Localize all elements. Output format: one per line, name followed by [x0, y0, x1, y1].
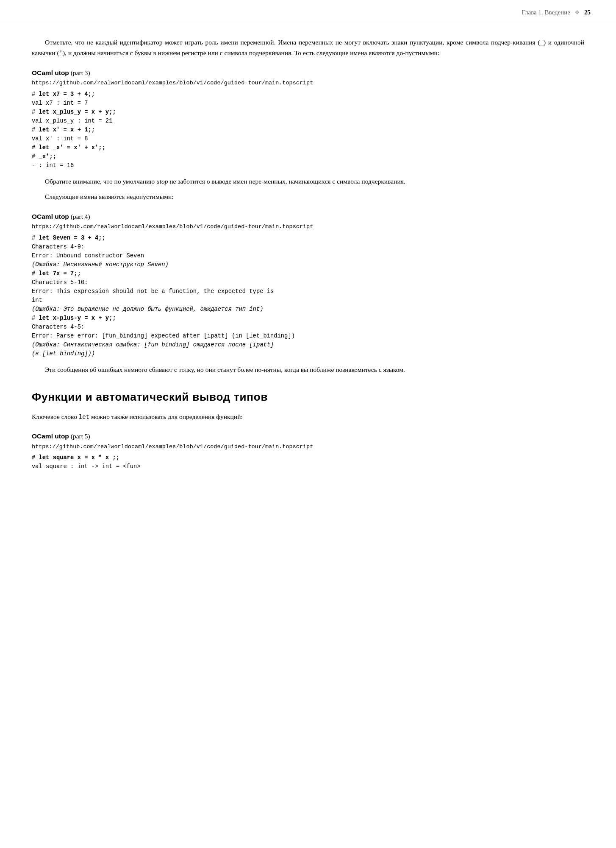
code-line: # _x';;: [32, 153, 56, 160]
code-label-3: OCaml utop (part 5): [32, 431, 584, 441]
code-label-1-bold: OCaml utop: [32, 69, 69, 76]
chapter-title: Глава 1. Введение: [522, 8, 570, 17]
code-line: # let 7x = 7;;: [32, 271, 81, 277]
code-line: Characters 5-10:: [32, 279, 88, 286]
code-label-1: OCaml utop (part 3): [32, 68, 584, 78]
code-block-2: # let Seven = 3 + 4;; Characters 4-9: Er…: [32, 234, 584, 361]
paragraph-1: Отметьте, что не каждый идентификатор мо…: [32, 37, 584, 59]
paragraph-3: Следующие имена являются недопустимыми:: [32, 192, 584, 202]
paragraph-5: Ключевое слово let можно также использов…: [32, 412, 584, 422]
code-line: # let x7 = 3 + 4;;: [32, 91, 95, 98]
code-line: Error: Unbound constructor Seven: [32, 253, 144, 259]
page-header: Глава 1. Введение ❖ 25: [0, 0, 616, 21]
code-line: - : int = 16: [32, 162, 74, 169]
code-line: int: [32, 297, 42, 304]
code-url-1: https://github.com/realworldocaml/exampl…: [32, 79, 584, 88]
code-label-3-normal: (part 5): [69, 432, 90, 440]
code-line: (Ошибка: Несвязанный конструктор Seven): [32, 262, 169, 268]
page: Глава 1. Введение ❖ 25 Отметьте, что не …: [0, 0, 616, 848]
code-line: # let x_plus_y = x + y;;: [32, 109, 116, 115]
header-separator: ❖: [574, 8, 580, 17]
code-line: # let Seven = 3 + 4;;: [32, 235, 105, 241]
code-label-2-bold: OCaml utop: [32, 213, 69, 220]
code-line: (Ошибка: Это выражение не должно быть фу…: [32, 306, 263, 312]
code-line: val x7 : int = 7: [32, 100, 88, 106]
paragraph-4: Эти сообщения об ошибках немного сбивают…: [32, 365, 584, 375]
code-block-1: # let x7 = 3 + 4;; val x7 : int = 7 # le…: [32, 90, 584, 173]
code-line: # let _x' = x' + x';;: [32, 145, 105, 151]
code-line: val x_plus_y : int = 21: [32, 118, 112, 124]
code-label-3-bold: OCaml utop: [32, 432, 69, 440]
main-content: Отметьте, что не каждый идентификатор мо…: [0, 21, 616, 499]
code-label-2-normal: (part 4): [69, 213, 90, 220]
code-line: (в [let_binding])): [32, 351, 95, 357]
code-line: Characters 4-9:: [32, 244, 84, 250]
code-line: # let square x = x * x ;;: [32, 455, 119, 461]
code-url-3: https://github.com/realworldocaml/exampl…: [32, 443, 584, 452]
code-url-2: https://github.com/realworldocaml/exampl…: [32, 223, 584, 232]
page-number: 25: [584, 8, 591, 17]
code-line: Error: This expression should not be a f…: [32, 288, 274, 295]
code-line: val square : int -> int = <fun>: [32, 463, 141, 470]
code-line: Error: Parse error: [fun_binding] expect…: [32, 333, 295, 339]
section-heading: Функции и автоматический вывод типов: [32, 388, 584, 405]
paragraph-2: Обратите внимание, что по умолчанию utop…: [32, 176, 584, 187]
code-line: # let x' = x + 1;;: [32, 127, 95, 133]
code-line: # let x-plus-y = x + y;;: [32, 315, 116, 321]
code-label-1-normal: (part 3): [69, 69, 90, 76]
code-line: (Ошибка: Синтаксическая ошибка: [fun_bin…: [32, 342, 274, 348]
code-line: Characters 4-5:: [32, 324, 84, 330]
code-block-3: # let square x = x * x ;; val square : i…: [32, 454, 584, 474]
code-label-2: OCaml utop (part 4): [32, 212, 584, 222]
code-line: val x' : int = 8: [32, 136, 88, 142]
